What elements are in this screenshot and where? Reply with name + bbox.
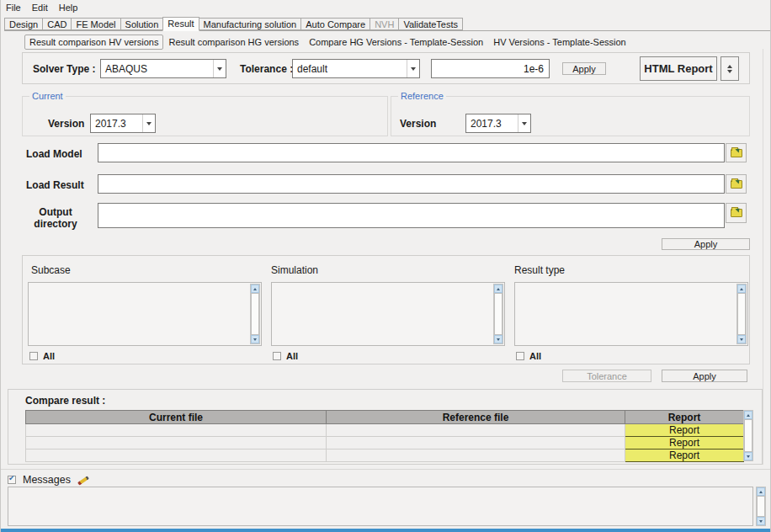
tab-design[interactable]: Design	[4, 18, 43, 30]
subtab-result-comparison-hv[interactable]: Result comparison HV versions	[24, 35, 163, 50]
subcase-all-label: All	[43, 351, 55, 361]
files-apply-button[interactable]: Apply	[662, 238, 750, 250]
menu-file[interactable]: File	[6, 3, 21, 15]
current-file-header: Current file	[26, 411, 327, 424]
window-bottom-edge	[1, 529, 770, 532]
scroll-down-icon[interactable]	[494, 335, 502, 343]
tab-auto-compare[interactable]: Auto Compare	[300, 18, 370, 30]
scroll-up-icon[interactable]	[737, 285, 746, 293]
reference-version-label: Version	[400, 118, 465, 130]
subtab-result-comparison-hg[interactable]: Result comparison HG versions	[163, 35, 304, 50]
simulation-all-row: All	[273, 351, 298, 361]
scroll-down-icon[interactable]	[757, 517, 765, 525]
output-directory-input[interactable]	[98, 203, 725, 228]
subtab-hv-template-session[interactable]: HV Versions - Template-Session	[488, 35, 631, 50]
selection-panel: Subcase Simulation Result type All All	[22, 255, 750, 364]
reference-group-legend: Reference	[398, 91, 446, 101]
subcase-all-row: All	[29, 351, 55, 361]
tab-result[interactable]: Result	[162, 17, 199, 31]
messages-scrollbar[interactable]	[756, 487, 766, 526]
tolerance-apply-button[interactable]: Apply	[562, 62, 606, 75]
scroll-down-icon[interactable]	[737, 335, 746, 343]
window-right-edge	[763, 49, 763, 465]
current-group: Current Version 2017.3	[22, 96, 388, 136]
reference-version-select[interactable]: 2017.3	[465, 114, 531, 133]
tab-validatetests[interactable]: ValidateTests	[398, 18, 463, 30]
scroll-up-icon[interactable]	[494, 285, 502, 293]
load-result-input[interactable]	[98, 174, 725, 194]
report-link[interactable]: Report	[625, 424, 744, 437]
table-row: Report	[26, 424, 744, 437]
scroll-up-icon[interactable]	[251, 285, 259, 293]
scroll-thumb[interactable]	[251, 293, 259, 335]
result-type-scrollbar[interactable]	[736, 284, 747, 344]
menu-help[interactable]: Help	[59, 3, 78, 15]
scroll-down-icon[interactable]	[744, 452, 752, 460]
chevron-down-icon	[213, 60, 226, 77]
solver-type-select[interactable]: ABAQUS	[100, 59, 226, 78]
reference-file-cell	[327, 424, 625, 437]
simulation-listbox[interactable]	[271, 282, 505, 346]
report-type-spinner[interactable]	[720, 56, 739, 81]
up-icon	[727, 65, 732, 68]
scroll-thumb[interactable]	[744, 419, 752, 452]
simulation-all-label: All	[286, 351, 298, 361]
result-type-all-checkbox[interactable]	[516, 352, 524, 360]
tab-solution[interactable]: Solution	[120, 18, 164, 30]
scroll-down-icon[interactable]	[251, 335, 259, 343]
output-directory-browse-button[interactable]	[726, 203, 747, 223]
subtab-compare-hg-template-session[interactable]: Compare HG Versions - Template-Session	[304, 35, 488, 50]
menu-edit[interactable]: Edit	[32, 3, 48, 15]
result-type-listbox[interactable]	[514, 282, 748, 346]
load-model-browse-button[interactable]	[726, 143, 747, 162]
subcase-scrollbar[interactable]	[250, 284, 260, 344]
tolerance-label: Tolerance :	[240, 63, 293, 75]
report-link[interactable]: Report	[625, 437, 744, 450]
messages-checkbox[interactable]	[8, 476, 16, 484]
result-type-all-label: All	[529, 351, 541, 361]
selection-apply-button[interactable]: Apply	[662, 370, 747, 382]
load-model-label: Load Model	[26, 148, 82, 160]
folder-open-icon	[731, 209, 742, 217]
simulation-scrollbar[interactable]	[493, 284, 503, 344]
chevron-down-icon	[407, 60, 419, 77]
result-type-label: Result type	[514, 264, 565, 276]
current-file-cell	[26, 450, 327, 462]
selection-tolerance-button[interactable]: Tolerance	[562, 370, 651, 382]
main-tab-bar: Design CAD FE Model Solution Result Manu…	[4, 18, 770, 31]
scroll-thumb[interactable]	[494, 293, 502, 335]
subcase-label: Subcase	[31, 264, 71, 276]
table-row: Report	[26, 437, 744, 450]
subcase-listbox[interactable]	[28, 282, 262, 346]
load-model-input[interactable]	[98, 143, 725, 162]
tab-nvh[interactable]: NVH	[370, 18, 399, 30]
tab-manufacturing-solution[interactable]: Manufacturing solution	[199, 18, 302, 30]
compare-result-panel: Compare result : Current file Reference …	[8, 389, 763, 465]
tolerance-select[interactable]: default	[292, 59, 420, 78]
result-type-all-row: All	[516, 351, 541, 361]
tab-cad[interactable]: CAD	[42, 18, 72, 30]
scroll-thumb[interactable]	[737, 293, 746, 335]
load-result-browse-button[interactable]	[726, 174, 747, 194]
scroll-up-icon[interactable]	[757, 487, 765, 496]
compare-table-scrollbar[interactable]	[743, 410, 753, 461]
tolerance-value-input[interactable]	[431, 59, 550, 78]
solver-panel: Solver Type : ABAQUS Tolerance : default…	[22, 52, 750, 84]
html-report-button[interactable]: HTML Report	[640, 56, 717, 81]
simulation-all-checkbox[interactable]	[273, 352, 281, 360]
current-version-select[interactable]: 2017.3	[90, 114, 156, 133]
load-result-label: Load Result	[26, 179, 84, 191]
report-link[interactable]: Report	[625, 450, 744, 462]
messages-row: Messages	[8, 474, 91, 486]
reference-group: Reference Version 2017.3	[391, 96, 750, 136]
scroll-thumb[interactable]	[757, 496, 765, 517]
table-row: Report	[26, 450, 744, 462]
subcase-all-checkbox[interactable]	[29, 352, 38, 360]
messages-label: Messages	[23, 474, 71, 486]
chevron-down-icon	[142, 114, 155, 132]
pencil-icon[interactable]	[77, 474, 91, 486]
solver-type-label: Solver Type :	[33, 63, 95, 75]
reference-file-cell	[327, 450, 625, 462]
tab-fe-model[interactable]: FE Model	[71, 18, 120, 30]
scroll-up-icon[interactable]	[744, 411, 752, 419]
